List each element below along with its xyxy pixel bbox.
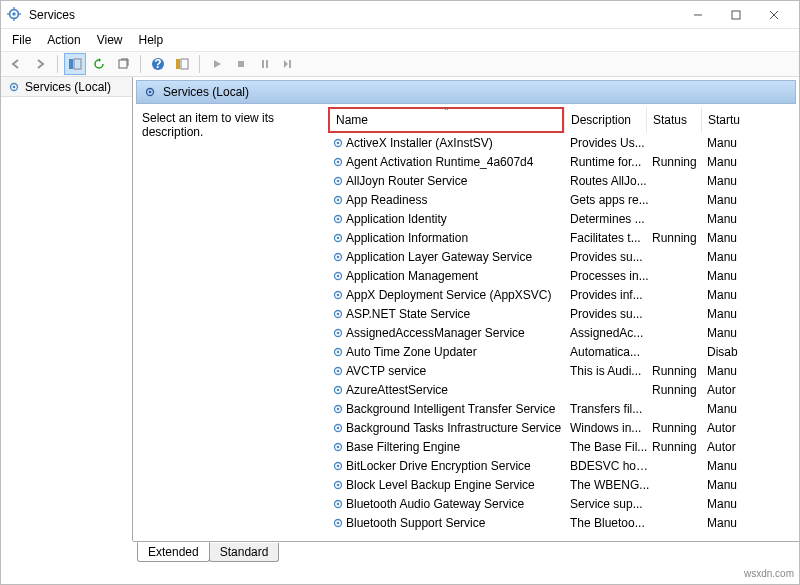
table-row[interactable]: AppX Deployment Service (AppXSVC)Provide…	[328, 285, 796, 304]
service-name: Bluetooth Audio Gateway Service	[346, 497, 570, 511]
forward-button[interactable]	[29, 53, 51, 75]
svg-point-48	[337, 350, 340, 353]
service-description: Processes in...	[570, 269, 652, 283]
table-row[interactable]: Agent Activation Runtime_4a607d4Runtime …	[328, 152, 796, 171]
service-startup: Manu	[707, 269, 747, 283]
gear-icon	[328, 193, 346, 207]
service-name: AssignedAccessManager Service	[346, 326, 570, 340]
refresh-button[interactable]	[88, 53, 110, 75]
column-header-startup[interactable]: Startu	[701, 107, 745, 133]
service-description: Provides su...	[570, 250, 652, 264]
service-name: Application Identity	[346, 212, 570, 226]
properties-button[interactable]	[171, 53, 193, 75]
service-name: Background Tasks Infrastructure Service	[346, 421, 570, 435]
service-description: This is Audi...	[570, 364, 652, 378]
watermark: wsxdn.com	[744, 568, 794, 579]
table-row[interactable]: Application InformationFacilitates t...R…	[328, 228, 796, 247]
table-row[interactable]: ActiveX Installer (AxInstSV)Provides Us.…	[328, 133, 796, 152]
tab-row: Extended Standard	[133, 541, 799, 563]
table-row[interactable]: Application IdentityDetermines ...Manu	[328, 209, 796, 228]
pause-service-button[interactable]	[254, 53, 276, 75]
table-row[interactable]: Application ManagementProcesses in...Man…	[328, 266, 796, 285]
gear-icon	[328, 440, 346, 454]
svg-rect-12	[119, 60, 127, 68]
service-description: Gets apps re...	[570, 193, 652, 207]
tab-extended[interactable]: Extended	[137, 542, 210, 562]
table-row[interactable]: BitLocker Drive Encryption ServiceBDESVC…	[328, 456, 796, 475]
column-header-label: Startu	[708, 113, 740, 127]
svg-point-38	[337, 255, 340, 258]
service-startup: Manu	[707, 326, 747, 340]
export-list-button[interactable]	[112, 53, 134, 75]
tab-standard[interactable]: Standard	[209, 543, 280, 562]
service-description: AssignedAc...	[570, 326, 652, 340]
separator	[140, 55, 141, 73]
service-name: Agent Activation Runtime_4a607d4	[346, 155, 570, 169]
details-title: Services (Local)	[163, 85, 249, 99]
separator	[199, 55, 200, 73]
gear-icon	[328, 307, 346, 321]
table-row[interactable]: ASP.NET State ServiceProvides su...Manu	[328, 304, 796, 323]
table-row[interactable]: AVCTP serviceThis is Audi...RunningManu	[328, 361, 796, 380]
table-row[interactable]: Auto Time Zone UpdaterAutomatica...Disab	[328, 342, 796, 361]
service-name: Application Layer Gateway Service	[346, 250, 570, 264]
service-description: The Base Fil...	[570, 440, 652, 454]
table-row[interactable]: Bluetooth Support ServiceThe Bluetoo...M…	[328, 513, 796, 532]
gear-icon	[328, 212, 346, 226]
table-row[interactable]: AssignedAccessManager ServiceAssignedAc.…	[328, 323, 796, 342]
gear-icon	[328, 326, 346, 340]
service-startup: Manu	[707, 364, 747, 378]
svg-point-66	[337, 521, 340, 524]
service-description: Automatica...	[570, 345, 652, 359]
service-grid: ⌃ Name Description Status Startu ActiveX…	[328, 107, 796, 541]
service-status: Running	[652, 383, 707, 397]
column-header-description[interactable]: Description	[564, 107, 646, 133]
service-description: Transfers fil...	[570, 402, 652, 416]
column-header-status[interactable]: Status	[646, 107, 701, 133]
table-row[interactable]: Bluetooth Audio Gateway ServiceService s…	[328, 494, 796, 513]
svg-point-28	[337, 160, 340, 163]
service-startup: Autor	[707, 421, 747, 435]
table-row[interactable]: AllJoyn Router ServiceRoutes AllJo...Man…	[328, 171, 796, 190]
svg-point-56	[337, 426, 340, 429]
table-row[interactable]: AzureAttestServiceRunningAutor	[328, 380, 796, 399]
menu-action[interactable]: Action	[40, 31, 87, 49]
service-startup: Manu	[707, 288, 747, 302]
minimize-button[interactable]	[679, 2, 717, 28]
help-button[interactable]: ?	[147, 53, 169, 75]
tree-pane: Services (Local)	[1, 77, 133, 541]
table-row[interactable]: Background Intelligent Transfer ServiceT…	[328, 399, 796, 418]
service-name: App Readiness	[346, 193, 570, 207]
service-description: Routes AllJo...	[570, 174, 652, 188]
svg-rect-16	[181, 59, 188, 69]
table-row[interactable]: Background Tasks Infrastructure ServiceW…	[328, 418, 796, 437]
svg-point-52	[337, 388, 340, 391]
start-service-button[interactable]	[206, 53, 228, 75]
close-button[interactable]	[755, 2, 793, 28]
maximize-button[interactable]	[717, 2, 755, 28]
stop-service-button[interactable]	[230, 53, 252, 75]
svg-point-46	[337, 331, 340, 334]
service-startup: Manu	[707, 497, 747, 511]
table-row[interactable]: App ReadinessGets apps re...Manu	[328, 190, 796, 209]
description-column: Select an item to view its description.	[136, 107, 328, 541]
gear-icon	[328, 288, 346, 302]
back-button[interactable]	[5, 53, 27, 75]
menu-view[interactable]: View	[90, 31, 130, 49]
grid-rows[interactable]: ActiveX Installer (AxInstSV)Provides Us.…	[328, 133, 796, 537]
menu-file[interactable]: File	[5, 31, 38, 49]
show-hide-tree-button[interactable]	[64, 53, 86, 75]
window-title: Services	[29, 8, 679, 22]
table-row[interactable]: Base Filtering EngineThe Base Fil...Runn…	[328, 437, 796, 456]
column-header-name[interactable]: ⌃ Name	[330, 109, 562, 131]
gear-icon	[328, 383, 346, 397]
restart-service-button[interactable]	[278, 53, 300, 75]
service-startup: Manu	[707, 174, 747, 188]
menu-help[interactable]: Help	[132, 31, 171, 49]
tree-item-services-local[interactable]: Services (Local)	[1, 77, 132, 97]
table-row[interactable]: Application Layer Gateway ServiceProvide…	[328, 247, 796, 266]
svg-rect-15	[176, 59, 180, 69]
column-header-label: Status	[653, 113, 687, 127]
table-row[interactable]: Block Level Backup Engine ServiceThe WBE…	[328, 475, 796, 494]
svg-point-60	[337, 464, 340, 467]
